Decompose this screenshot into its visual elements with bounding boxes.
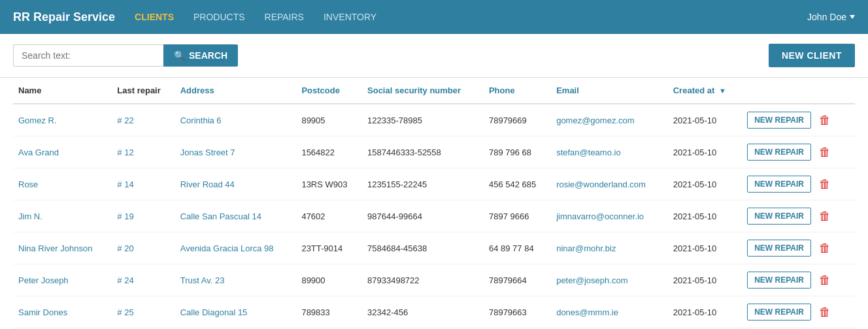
delete-button[interactable]: 🗑 [816, 306, 833, 318]
cell-address[interactable]: Trust Av. 23 [175, 264, 297, 296]
cell-address[interactable]: Calle Diagonal 15 [175, 296, 297, 328]
cell-email[interactable]: peter@joseph.com [551, 264, 668, 296]
table-row: Rose # 14 River Road 44 13RS W903 123515… [13, 168, 855, 200]
cell-last-repair[interactable]: # 14 [112, 168, 175, 200]
new-repair-button[interactable]: NEW REPAIR [747, 144, 811, 161]
cell-last-repair[interactable]: # 12 [112, 136, 175, 168]
cell-actions: NEW REPAIR 🗑 [742, 232, 855, 264]
cell-postcode: 13RS W903 [296, 168, 362, 200]
cell-address[interactable]: Calle San Pascual 14 [175, 200, 297, 232]
col-header-last-repair: Last repair [112, 78, 175, 104]
delete-button[interactable]: 🗑 [816, 210, 833, 222]
search-button[interactable]: 🔍 SEARCH [163, 44, 238, 67]
cell-name[interactable]: Ava Grand [13, 136, 112, 168]
col-header-created-at[interactable]: Created at ▼ [668, 78, 742, 104]
cell-phone: 64 89 77 84 [484, 232, 551, 264]
nav-links: CLIENTS PRODUCTS REPAIRS INVENTORY [135, 8, 807, 25]
cell-last-repair[interactable]: # 25 [112, 296, 175, 328]
delete-button[interactable]: 🗑 [816, 146, 833, 158]
cell-ssn: 87933498722 [362, 264, 484, 296]
cell-postcode: 89900 [296, 264, 362, 296]
cell-name[interactable]: Peter Joseph [13, 264, 112, 296]
search-area: 🔍 SEARCH [13, 44, 238, 67]
cell-postcode: 1564822 [296, 136, 362, 168]
cell-phone: 789 796 68 [484, 136, 551, 168]
nav-link-clients[interactable]: CLIENTS [135, 8, 174, 25]
sort-icon: ▼ [719, 87, 726, 95]
cell-address[interactable]: River Road 44 [175, 168, 297, 200]
nav-link-repairs[interactable]: REPAIRS [265, 8, 304, 25]
cell-email[interactable]: dones@mmm.ie [551, 296, 668, 328]
col-header-phone[interactable]: Phone [484, 78, 551, 104]
new-repair-button[interactable]: NEW REPAIR [747, 112, 811, 129]
cell-name[interactable]: Nina River Johnson [13, 232, 112, 264]
cell-postcode: 789833 [296, 296, 362, 328]
navbar: RR Repair Service CLIENTS PRODUCTS REPAI… [0, 0, 868, 34]
table-row: Nina River Johnson # 20 Avenida Gracia L… [13, 232, 855, 264]
delete-button[interactable]: 🗑 [816, 114, 833, 126]
cell-email[interactable]: jimnavarro@oconner.io [551, 200, 668, 232]
new-repair-button[interactable]: NEW REPAIR [747, 240, 811, 257]
delete-button[interactable]: 🗑 [816, 274, 833, 286]
toolbar: 🔍 SEARCH NEW CLIENT [0, 34, 868, 78]
cell-address[interactable]: Corinthia 6 [175, 104, 297, 136]
table-row: Gomez R. # 22 Corinthia 6 89905 122335-7… [13, 104, 855, 136]
cell-name[interactable]: Gomez R. [13, 104, 112, 136]
cell-email[interactable]: ninar@mohr.biz [551, 232, 668, 264]
cell-actions: NEW REPAIR 🗑 [742, 264, 855, 296]
app-brand: RR Repair Service [13, 10, 115, 24]
cell-name[interactable]: Jim N. [13, 200, 112, 232]
delete-button[interactable]: 🗑 [816, 178, 833, 190]
col-header-email[interactable]: Email [551, 78, 668, 104]
cell-address[interactable]: Avenida Gracia Lorca 98 [175, 232, 297, 264]
user-menu[interactable]: John Doe [807, 12, 855, 22]
cell-postcode: 89905 [296, 104, 362, 136]
cell-actions: NEW REPAIR 🗑 [742, 168, 855, 200]
table-row: Samir Dones # 25 Calle Diagonal 15 78983… [13, 296, 855, 328]
cell-ssn: 1235155-22245 [362, 168, 484, 200]
cell-last-repair[interactable]: # 19 [112, 200, 175, 232]
new-client-button[interactable]: NEW CLIENT [769, 44, 855, 67]
clients-table: Name Last repair Address Postcode Social… [13, 78, 855, 329]
cell-created-at: 2021-05-10 [668, 136, 742, 168]
cell-last-repair[interactable]: # 24 [112, 264, 175, 296]
search-input[interactable] [13, 44, 163, 67]
cell-actions: NEW REPAIR 🗑 [742, 136, 855, 168]
col-header-address[interactable]: Address [175, 78, 297, 104]
table-row: Peter Joseph # 24 Trust Av. 23 89900 879… [13, 264, 855, 296]
cell-email[interactable]: stefan@teamo.io [551, 136, 668, 168]
col-header-postcode[interactable]: Postcode [296, 78, 362, 104]
cell-phone: 456 542 685 [484, 168, 551, 200]
cell-created-at: 2021-05-10 [668, 232, 742, 264]
user-name: John Doe [807, 12, 846, 22]
cell-email[interactable]: rosie@wonderland.com [551, 168, 668, 200]
search-button-label: SEARCH [189, 50, 227, 61]
clients-table-container: Name Last repair Address Postcode Social… [0, 78, 868, 329]
new-repair-button[interactable]: NEW REPAIR [747, 304, 811, 321]
search-icon: 🔍 [174, 50, 185, 61]
cell-created-at: 2021-05-10 [668, 264, 742, 296]
delete-button[interactable]: 🗑 [816, 242, 833, 254]
cell-ssn: 32342-456 [362, 296, 484, 328]
cell-actions: NEW REPAIR 🗑 [742, 296, 855, 328]
col-header-ssn[interactable]: Social security number [362, 78, 484, 104]
cell-name[interactable]: Rose [13, 168, 112, 200]
cell-phone: 78979664 [484, 264, 551, 296]
cell-last-repair[interactable]: # 20 [112, 232, 175, 264]
cell-email[interactable]: gomez@gomez.com [551, 104, 668, 136]
cell-created-at: 2021-05-10 [668, 104, 742, 136]
new-repair-button[interactable]: NEW REPAIR [747, 176, 811, 193]
cell-last-repair[interactable]: # 22 [112, 104, 175, 136]
nav-link-products[interactable]: PRODUCTS [193, 8, 245, 25]
cell-created-at: 2021-05-10 [668, 168, 742, 200]
table-row: Ava Grand # 12 Jonas Street 7 1564822 15… [13, 136, 855, 168]
cell-name[interactable]: Samir Dones [13, 296, 112, 328]
table-row: Jim N. # 19 Calle San Pascual 14 47602 9… [13, 200, 855, 232]
cell-address[interactable]: Jonas Street 7 [175, 136, 297, 168]
cell-phone: 78979669 [484, 104, 551, 136]
cell-ssn: 1587446333-52558 [362, 136, 484, 168]
cell-created-at: 2021-05-10 [668, 296, 742, 328]
nav-link-inventory[interactable]: INVENTORY [324, 8, 376, 25]
new-repair-button[interactable]: NEW REPAIR [747, 272, 811, 289]
new-repair-button[interactable]: NEW REPAIR [747, 208, 811, 225]
